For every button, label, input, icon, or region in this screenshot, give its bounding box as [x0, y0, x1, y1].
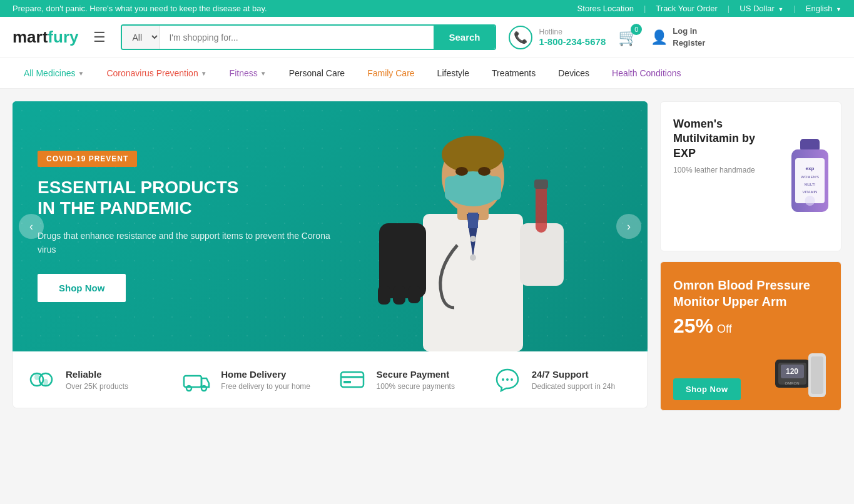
top-bar: Prepare, don't panic. Here's what you ne… [0, 0, 854, 17]
navigation-bar: All Medicines ▼ Coronavirus Prevention ▼… [0, 58, 854, 89]
nav-item-coronavirus[interactable]: Coronavirus Prevention ▼ [95, 58, 218, 88]
login-label: Log in [673, 26, 705, 37]
svg-text:VITAMIN: VITAMIN [802, 190, 817, 194]
search-button[interactable]: Search [434, 26, 495, 49]
feature-reliable-title: Reliable [66, 369, 128, 380]
svg-rect-16 [378, 286, 390, 305]
svg-rect-13 [534, 179, 548, 189]
fitness-chevron-icon: ▼ [260, 70, 267, 77]
feature-support-text: 24/7 Support Dedicated support in 24h [532, 369, 615, 391]
svg-point-3 [442, 136, 504, 173]
sidebar-multivitamin-sub: 100% leather handmade [673, 166, 766, 174]
divider-1: | [644, 4, 646, 13]
svg-rect-11 [520, 223, 564, 286]
omron-shop-now-button[interactable]: Shop Now [673, 378, 741, 400]
main-content: ‹ COVID-19 PREVENT ESSENTIAL PRODUCTS IN… [0, 89, 854, 423]
feature-delivery: Home Delivery Free delivery to your home [181, 364, 323, 395]
nav-item-all-medicines[interactable]: All Medicines ▼ [13, 58, 95, 88]
sidebar-card-omron: Omron Blood Pressure Monitor Upper Arm 2… [660, 261, 841, 411]
user-icon: 👤 [651, 29, 668, 46]
bp-monitor-illustration: 120 OMRON [772, 350, 828, 400]
feature-reliable-text: Reliable Over 25K products [66, 369, 128, 391]
svg-rect-17 [393, 286, 405, 305]
hero-slide: ‹ COVID-19 PREVENT ESSENTIAL PRODUCTS IN… [13, 101, 648, 351]
hotline-number: 1-800-234-5678 [539, 36, 606, 47]
coronavirus-chevron-icon: ▼ [201, 70, 207, 77]
delivery-icon [181, 364, 212, 395]
language-selector[interactable]: English ▼ [806, 4, 841, 13]
announcement-text: Prepare, don't panic. Here's what you ne… [13, 4, 267, 13]
hero-shop-now-button[interactable]: Shop Now [38, 274, 126, 302]
svg-point-29 [502, 378, 504, 381]
feature-delivery-desc: Free delivery to your home [221, 382, 310, 391]
svg-point-14 [470, 236, 476, 242]
svg-point-21 [34, 374, 39, 380]
svg-point-25 [201, 386, 206, 391]
slider-prev-button[interactable]: ‹ [19, 214, 44, 239]
multivitamin-bottle-illustration: exp WOMEN'S MULTI VITAMIN [786, 136, 833, 217]
sidebar: Women's Mutilvitamin by EXP 100% leather… [660, 101, 841, 411]
hero-content: COVID-19 PREVENT ESSENTIAL PRODUCTS IN T… [13, 126, 362, 328]
search-input[interactable] [160, 26, 434, 49]
nav-item-treatments[interactable]: Treatments [480, 58, 547, 88]
divider-2: | [728, 4, 729, 13]
off-label: Off [717, 323, 732, 336]
hamburger-menu-icon[interactable]: ☰ [91, 27, 108, 48]
sidebar-card-multivitamin-content: Women's Mutilvitamin by EXP 100% leather… [661, 102, 778, 251]
slider-next-button[interactable]: › [616, 214, 641, 239]
stores-location-link[interactable]: Stores Location [577, 4, 634, 13]
feature-support-title: 24/7 Support [532, 369, 615, 380]
sidebar-multivitamin-title: Women's Mutilvitamin by EXP [673, 117, 766, 161]
sidebar-card-multivitamin: Women's Mutilvitamin by EXP 100% leather… [660, 101, 841, 251]
hotline-label: Hotline [539, 28, 606, 36]
header: martfury ☰ All Search 📞 Hotline 1-800-23… [0, 17, 854, 58]
reliable-icon [26, 364, 57, 395]
hero-title: ESSENTIAL PRODUCTS IN THE PANDEMIC [38, 177, 337, 219]
phone-icon: 📞 [509, 26, 532, 49]
feature-delivery-title: Home Delivery [221, 369, 310, 380]
svg-point-7 [478, 167, 491, 176]
feature-payment-desc: 100% secure payments [377, 382, 455, 391]
language-chevron-icon: ▼ [836, 6, 841, 13]
feature-payment: Secure Payment 100% secure payments [337, 364, 479, 395]
covid-badge: COVID-19 PREVENT [38, 151, 137, 167]
divider-3: | [793, 4, 795, 13]
omron-card-bottom: Shop Now 120 OMRON [661, 350, 841, 410]
register-label: Register [673, 38, 705, 49]
features-bar: Reliable Over 25K products Home Delivery… [13, 351, 648, 408]
currency-chevron-icon: ▼ [778, 6, 784, 13]
nav-item-fitness[interactable]: Fitness ▼ [218, 58, 278, 88]
feature-support-desc: Dedicated support in 24h [532, 382, 615, 391]
svg-text:MULTI: MULTI [804, 183, 815, 186]
svg-point-39 [805, 196, 815, 206]
logo[interactable]: martfury [13, 28, 78, 47]
svg-point-15 [470, 255, 476, 261]
feature-reliable-desc: Over 25K products [66, 382, 128, 391]
omron-discount: 25%Off [673, 315, 828, 338]
cart-badge: 0 [631, 24, 642, 35]
nav-item-personal-care[interactable]: Personal Care [278, 58, 357, 88]
feature-payment-text: Secure Payment 100% secure payments [377, 369, 455, 391]
svg-rect-26 [341, 372, 363, 387]
nav-item-lifestyle[interactable]: Lifestyle [426, 58, 480, 88]
login-section[interactable]: 👤 Log in Register [651, 26, 705, 48]
all-medicines-chevron-icon: ▼ [78, 70, 84, 77]
svg-rect-28 [343, 381, 351, 383]
track-order-link[interactable]: Track Your Order [656, 4, 718, 13]
cart-button[interactable]: 🛒 0 [618, 28, 638, 47]
nav-item-devices[interactable]: Devices [547, 58, 601, 88]
currency-selector[interactable]: US Dollar ▼ [740, 4, 783, 13]
nav-item-health-conditions[interactable]: Health Conditions [601, 58, 693, 88]
nav-item-family-care[interactable]: Family Care [356, 58, 425, 88]
svg-rect-5 [445, 176, 501, 200]
svg-point-6 [455, 167, 468, 176]
svg-rect-12 [536, 183, 547, 233]
top-bar-right: Stores Location | Track Your Order | US … [577, 4, 841, 13]
search-category-select[interactable]: All [122, 26, 160, 49]
svg-point-30 [506, 378, 509, 381]
omron-brand: Omron [673, 278, 714, 292]
svg-rect-9 [468, 213, 478, 228]
support-icon [492, 364, 523, 395]
feature-support: 24/7 Support Dedicated support in 24h [492, 364, 634, 395]
svg-point-24 [186, 386, 191, 391]
